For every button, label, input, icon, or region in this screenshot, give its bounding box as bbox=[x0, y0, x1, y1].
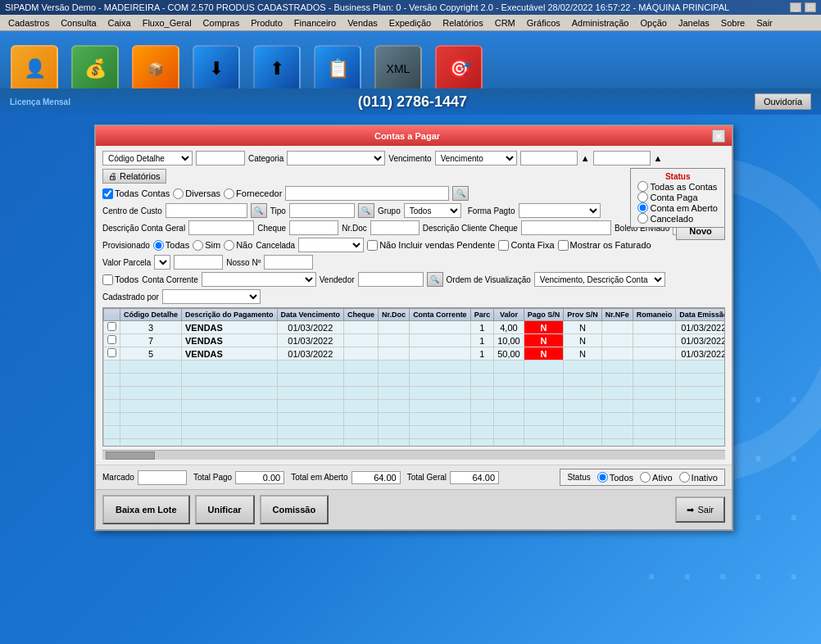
prov-sim-radio[interactable]: Sim bbox=[193, 240, 220, 251]
menu-vendas[interactable]: Vendas bbox=[342, 16, 383, 29]
codigo-detalhe-select[interactable]: Código Detalhe bbox=[102, 151, 193, 166]
status-inativo-radio[interactable]: Inativo bbox=[679, 472, 718, 483]
unificar-button[interactable]: Unificar bbox=[195, 495, 255, 524]
cheque-input[interactable] bbox=[289, 220, 338, 235]
descricao-input[interactable] bbox=[188, 220, 254, 235]
conta-fixa-check[interactable]: Conta Fixa bbox=[498, 240, 554, 251]
status-paga-radio[interactable] bbox=[637, 192, 648, 202]
empty-cell bbox=[494, 439, 524, 447]
categoria-select[interactable] bbox=[287, 151, 385, 166]
mostrar-faturado-check[interactable]: Mostrar os Faturado bbox=[558, 240, 651, 251]
empty-cell bbox=[601, 374, 633, 387]
empty-cell bbox=[564, 439, 602, 447]
grupo-select[interactable]: Todos bbox=[404, 203, 461, 218]
prov-todas-radio[interactable]: Todas bbox=[153, 240, 189, 251]
marcado-input[interactable] bbox=[138, 470, 187, 485]
centro-custo-input[interactable] bbox=[166, 203, 247, 218]
table-row-empty bbox=[104, 374, 726, 387]
menu-relatorios[interactable]: Relatórios bbox=[438, 16, 488, 29]
empty-cell bbox=[379, 374, 410, 387]
scroll-thumb[interactable] bbox=[106, 451, 155, 460]
menu-caixa[interactable]: Caixa bbox=[103, 16, 136, 29]
status-todos-radio[interactable]: Todos bbox=[597, 472, 633, 483]
diversas-radio[interactable]: Diversas bbox=[173, 188, 220, 199]
status-aberto-radio[interactable] bbox=[637, 202, 648, 213]
vendedor-search-btn[interactable]: 🔍 bbox=[427, 272, 443, 287]
empty-cell bbox=[277, 413, 344, 426]
menu-fluxo[interactable]: Fluxo_Geral bbox=[138, 16, 197, 29]
menu-compras[interactable]: Compras bbox=[198, 16, 245, 29]
cancelada-select[interactable] bbox=[298, 238, 364, 252]
nr-doc-input[interactable] bbox=[370, 220, 420, 235]
status-cancelado[interactable]: Cancelado bbox=[637, 213, 693, 224]
date-to-input[interactable]: 31/03/2022 bbox=[593, 151, 651, 166]
date-from-input[interactable]: 01/03/2022 bbox=[520, 151, 578, 166]
menu-bar: Cadastros Consulta Caixa Fluxo_Geral Com… bbox=[0, 15, 821, 31]
row-check[interactable] bbox=[104, 347, 120, 361]
todas-contas-checkbox[interactable] bbox=[102, 188, 113, 199]
menu-expedicao[interactable]: Expedição bbox=[384, 16, 436, 29]
empty-cell bbox=[470, 439, 494, 447]
nosso-n-input[interactable] bbox=[264, 255, 313, 270]
prov-nao-radio[interactable]: Não bbox=[224, 240, 252, 251]
minimize-btn[interactable]: _ bbox=[790, 2, 801, 12]
status-aberto[interactable]: Conta em Aberto bbox=[637, 202, 718, 213]
status-paga[interactable]: Conta Paga bbox=[637, 192, 697, 202]
row-check[interactable] bbox=[104, 334, 120, 347]
empty-cell bbox=[564, 361, 602, 374]
baixa-lote-button[interactable]: Baixa em Lote bbox=[102, 495, 190, 524]
status-cancelado-radio[interactable] bbox=[637, 213, 648, 224]
tipo-search-btn[interactable]: 🔍 bbox=[358, 203, 374, 218]
menu-produto[interactable]: Produto bbox=[246, 16, 288, 29]
menu-administracao[interactable]: Administração bbox=[567, 16, 634, 29]
menu-sair[interactable]: Sair bbox=[751, 16, 778, 29]
table-row[interactable]: 7 VENDAS 01/03/2022 1 10,00 N N 01/03/20… bbox=[104, 334, 726, 347]
empty-cell bbox=[182, 400, 278, 413]
forma-pagto-select[interactable] bbox=[519, 203, 601, 218]
date-arrow-up[interactable]: ▲ bbox=[581, 153, 590, 163]
status-todas[interactable]: Todas as Contas bbox=[637, 181, 717, 192]
row-romaneio bbox=[633, 334, 676, 347]
maximize-btn[interactable]: □ bbox=[805, 2, 816, 12]
menu-crm[interactable]: CRM bbox=[490, 16, 520, 29]
ouvidoria-button[interactable]: Ouvidoria bbox=[755, 93, 811, 110]
empty-cell bbox=[601, 413, 633, 426]
fornecedor-radio[interactable]: Fornecedor bbox=[224, 188, 282, 199]
relatorios-button[interactable]: 🖨 Relatórios bbox=[102, 169, 166, 184]
vencimento-select[interactable]: Vencimento bbox=[435, 151, 517, 166]
status-ativo-radio[interactable]: Ativo bbox=[640, 472, 672, 483]
table-row[interactable]: 5 VENDAS 01/03/2022 1 50,00 N N 01/03/20… bbox=[104, 347, 726, 361]
fornecedor-input[interactable] bbox=[285, 186, 449, 201]
comissao-button[interactable]: Comissão bbox=[260, 495, 329, 524]
horizontal-scrollbar[interactable] bbox=[102, 450, 725, 460]
centro-custo-search-btn[interactable]: 🔍 bbox=[251, 203, 267, 218]
todas-contas-check[interactable]: true Todas Contas bbox=[102, 188, 170, 199]
cadastrado-por-select[interactable] bbox=[162, 289, 261, 304]
dialog-close-button[interactable]: ✕ bbox=[712, 129, 725, 143]
desc-cliente-input[interactable] bbox=[521, 220, 611, 235]
menu-cadastros[interactable]: Cadastros bbox=[3, 16, 54, 29]
row-check[interactable] bbox=[104, 321, 120, 334]
fornecedor-search-btn[interactable]: 🔍 bbox=[452, 186, 469, 201]
table-row[interactable]: 3 VENDAS 01/03/2022 1 4,00 N N 01/03/202… bbox=[104, 321, 726, 334]
codigo-detalhe-input[interactable] bbox=[196, 151, 245, 166]
empty-cell bbox=[104, 413, 120, 426]
valor-op-select[interactable]: = bbox=[154, 255, 170, 270]
valor-parcela-input[interactable] bbox=[174, 255, 223, 270]
vendedor-input[interactable] bbox=[358, 272, 424, 287]
nao-incluir-check[interactable]: Não Incluir vendas Pendente bbox=[367, 240, 495, 251]
status-todas-radio[interactable] bbox=[637, 181, 648, 192]
menu-graficos[interactable]: Gráficos bbox=[522, 16, 565, 29]
menu-consulta[interactable]: Consulta bbox=[56, 16, 101, 29]
tipo-input[interactable] bbox=[289, 203, 355, 218]
menu-sobre[interactable]: Sobre bbox=[716, 16, 750, 29]
empty-cell bbox=[104, 374, 120, 387]
menu-financeiro[interactable]: Financeiro bbox=[289, 16, 341, 29]
conta-corrente-select[interactable] bbox=[202, 272, 316, 287]
todos-check[interactable]: Todos bbox=[102, 274, 138, 285]
date-arrow-up2[interactable]: ▲ bbox=[654, 153, 663, 163]
sair-button[interactable]: ➡ Sair bbox=[675, 497, 725, 523]
ordem-select[interactable]: Vencimento, Descrição Conta bbox=[534, 272, 665, 287]
menu-opcao[interactable]: Opção bbox=[635, 16, 671, 29]
menu-janelas[interactable]: Janelas bbox=[674, 16, 714, 29]
